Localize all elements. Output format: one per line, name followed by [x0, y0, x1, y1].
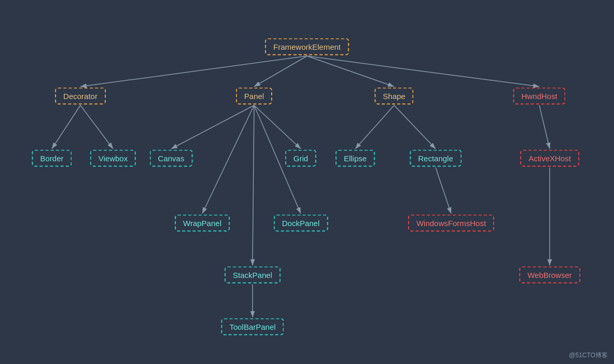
node-viewbox: Viewbox — [90, 150, 136, 167]
node-rectangle: Rectangle — [410, 150, 462, 167]
node-wrappanel: WrapPanel — [175, 215, 230, 232]
node-hwndhost: HwndHost — [513, 88, 565, 105]
node-decorator: Decorator — [55, 88, 106, 105]
svg-line-8 — [254, 105, 301, 149]
svg-line-12 — [355, 105, 394, 149]
svg-line-15 — [539, 105, 550, 149]
svg-line-11 — [253, 105, 254, 265]
node-stackpanel: StackPanel — [225, 267, 281, 284]
node-webbrowser: WebBrowser — [519, 267, 580, 284]
node-panel: Panel — [236, 88, 272, 105]
node-shape: Shape — [374, 88, 413, 105]
svg-line-13 — [394, 105, 436, 149]
svg-line-9 — [202, 105, 254, 214]
node-toolbarpanel: ToolBarPanel — [221, 318, 284, 335]
node-dockpanel: DockPanel — [274, 215, 328, 232]
node-windowsformshost: WindowsFormsHost — [408, 215, 494, 232]
node-activexhost: ActiveXHost — [520, 150, 579, 167]
svg-line-6 — [80, 105, 113, 149]
svg-line-5 — [52, 105, 80, 149]
svg-line-7 — [171, 105, 254, 149]
svg-line-1 — [80, 56, 307, 87]
svg-line-14 — [436, 167, 451, 214]
diagram: FrameworkElementDecoratorPanelShapeHwndH… — [0, 0, 614, 364]
node-ellipse: Ellipse — [336, 150, 375, 167]
node-canvas: Canvas — [150, 150, 193, 167]
node-grid: Grid — [285, 150, 316, 167]
watermark: @51CTO博客 — [569, 351, 608, 360]
node-border: Border — [32, 150, 72, 167]
svg-line-4 — [307, 56, 539, 87]
node-frameworkelement: FrameworkElement — [265, 38, 349, 55]
svg-line-3 — [307, 56, 394, 87]
svg-line-2 — [254, 56, 307, 87]
